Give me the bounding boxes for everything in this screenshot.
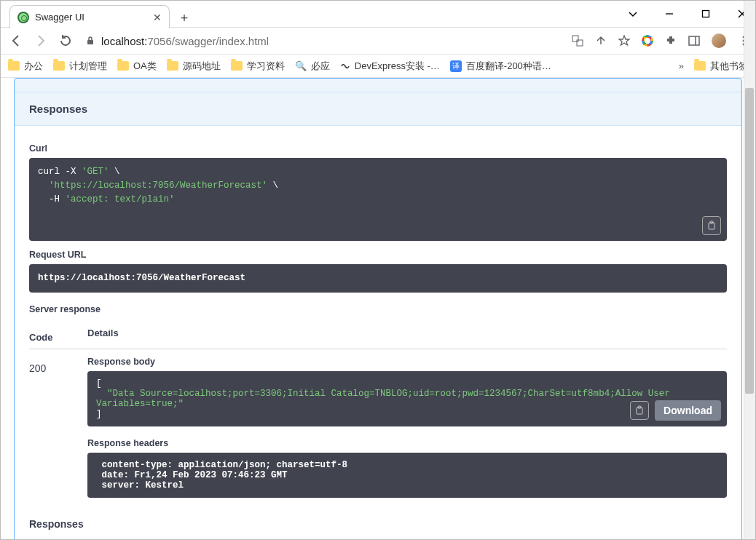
- response-code: 200: [29, 349, 87, 505]
- details-column-header: Details: [87, 319, 727, 349]
- request-url-label: Request URL: [29, 250, 727, 260]
- svg-marker-7: [619, 36, 629, 45]
- translate-badge-icon: 译: [450, 60, 462, 72]
- bookmarks-bar: 办公 计划管理 OA类 源码地址 学习资料 🔍必应 DevExpress安装 -…: [1, 55, 755, 78]
- description-column-header: Description: [87, 534, 661, 540]
- responses-header: Responses: [15, 92, 741, 125]
- svg-rect-1: [703, 11, 709, 17]
- profile-avatar[interactable]: [712, 33, 726, 48]
- outer-scrollbar-thumb[interactable]: [745, 88, 754, 394]
- bookmark-study[interactable]: 学习资料: [231, 60, 285, 73]
- response-row: 200 Response body [ "Data Source=localho…: [29, 349, 727, 505]
- bookmark-other[interactable]: 其他书签: [694, 60, 748, 73]
- code-column-header: Code: [29, 534, 87, 540]
- folder-icon: [167, 61, 178, 71]
- folder-icon: [8, 61, 20, 71]
- response-body-label: Response body: [87, 357, 727, 367]
- copy-response-button[interactable]: [630, 401, 649, 420]
- responses-title: Responses: [29, 103, 727, 115]
- window-chevron-down-icon[interactable]: [623, 4, 643, 24]
- tab-title: Swagger UI: [35, 12, 147, 23]
- download-button[interactable]: Download: [655, 400, 721, 421]
- bookmarks-overflow-icon[interactable]: »: [679, 60, 684, 71]
- chrome-apps-icon[interactable]: [642, 35, 653, 47]
- folder-icon: [53, 61, 65, 71]
- responses-body: Curl curl -X 'GET' \ 'https://localhost:…: [15, 125, 741, 539]
- share-icon[interactable]: [595, 35, 607, 47]
- curl-code-block: curl -X 'GET' \ 'https://localhost:7056/…: [29, 158, 727, 241]
- bookmark-oa[interactable]: OA类: [117, 60, 157, 73]
- browser-window: Swagger UI ✕ + localhost:7056/swagger/in…: [0, 0, 756, 540]
- bookmark-baidu-translate[interactable]: 译百度翻译-200种语…: [450, 60, 551, 73]
- bookmark-bing[interactable]: 🔍必应: [295, 60, 330, 73]
- request-url-block: https://localhost:7056/WeatherForecast: [29, 264, 727, 293]
- tab-strip: Swagger UI ✕ +: [9, 4, 194, 28]
- toolbar-extensions: [572, 33, 749, 48]
- server-response-table: Code Details 200 Response body [ "Data S…: [29, 319, 727, 505]
- bookmark-plan[interactable]: 计划管理: [53, 60, 107, 73]
- browser-tab[interactable]: Swagger UI ✕: [9, 5, 170, 28]
- folder-icon: [231, 61, 243, 71]
- new-tab-button[interactable]: +: [174, 8, 194, 28]
- bookmark-office[interactable]: 办公: [8, 60, 43, 73]
- response-headers-block: content-type: application/json; charset=…: [87, 453, 727, 498]
- devexpress-icon: [340, 61, 350, 71]
- svg-rect-4: [87, 40, 93, 44]
- code-column-header: Code: [29, 319, 87, 349]
- reload-button[interactable]: [56, 31, 75, 50]
- swagger-favicon-icon: [17, 12, 29, 23]
- svg-rect-6: [577, 40, 583, 46]
- back-button[interactable]: [7, 31, 25, 50]
- url-text: localhost:7056/swagger/index.html: [101, 35, 269, 47]
- tab-close-icon[interactable]: ✕: [153, 12, 162, 23]
- svg-rect-8: [689, 36, 699, 45]
- sidepanel-icon[interactable]: [688, 35, 700, 47]
- toolbar: localhost:7056/swagger/index.html: [1, 27, 755, 55]
- curl-label: Curl: [29, 143, 727, 154]
- responses-schema-table: Code Description Links 200 No links: [29, 534, 727, 540]
- clipboard-icon: [706, 221, 717, 231]
- copy-curl-button[interactable]: [702, 216, 721, 235]
- page-viewport[interactable]: Responses Curl curl -X 'GET' \ 'https://…: [1, 78, 755, 539]
- server-response-label: Server response: [29, 304, 727, 314]
- outer-scrollbar[interactable]: [744, 1, 755, 539]
- response-body-block: [ "Data Source=localhost;port=3306;Initi…: [87, 371, 727, 426]
- extensions-icon[interactable]: [665, 35, 677, 47]
- window-maximize-button[interactable]: [696, 4, 716, 24]
- folder-icon: [117, 61, 129, 71]
- translate-icon[interactable]: [572, 35, 583, 47]
- window-minimize-button[interactable]: [659, 4, 680, 24]
- folder-icon: [694, 61, 706, 71]
- swagger-operation-block: Responses Curl curl -X 'GET' \ 'https://…: [14, 78, 742, 539]
- lock-icon: [85, 36, 95, 46]
- bookmark-star-icon[interactable]: [618, 35, 630, 47]
- clipboard-icon: [634, 405, 645, 416]
- search-icon: 🔍: [295, 60, 307, 71]
- forward-button[interactable]: [31, 31, 50, 50]
- svg-rect-5: [572, 36, 578, 41]
- response-headers-label: Response headers: [87, 438, 727, 448]
- links-column-header: Links: [661, 534, 727, 540]
- bookmark-devexpress[interactable]: DevExpress安装 -…: [340, 60, 440, 73]
- lower-responses-title: Responses: [29, 518, 727, 530]
- bookmark-src[interactable]: 源码地址: [167, 60, 221, 73]
- address-bar[interactable]: localhost:7056/swagger/index.html: [81, 32, 566, 50]
